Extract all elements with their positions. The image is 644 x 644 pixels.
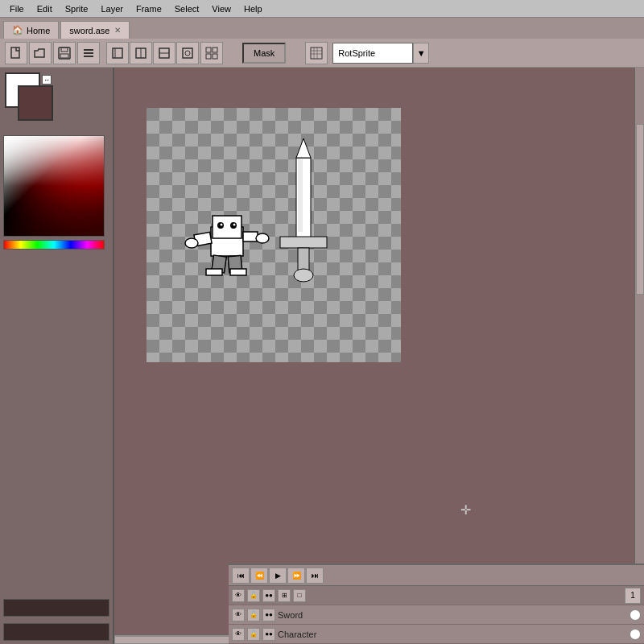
- cursor-cross-indicator: ✛: [460, 502, 471, 518]
- swap-colors[interactable]: ↔: [42, 75, 52, 85]
- svg-rect-46: [206, 269, 222, 275]
- transform-btn-3[interactable]: [153, 42, 175, 64]
- svg-rect-48: [230, 269, 246, 275]
- layer-expand-icon[interactable]: ⊞: [278, 589, 291, 602]
- transform-tools: [106, 42, 199, 64]
- menu-edit[interactable]: Edit: [31, 2, 59, 15]
- menubar: File Edit Sprite Layer Frame Select View…: [0, 0, 644, 18]
- tab-home[interactable]: 🏠 Home: [3, 21, 59, 39]
- menu-view[interactable]: View: [205, 2, 237, 15]
- layer-frame-num: 1: [625, 588, 641, 604]
- layer-visibility-icon-char[interactable]: 👁: [232, 628, 245, 641]
- tab-sword-close[interactable]: ✕: [114, 26, 121, 35]
- svg-rect-4: [60, 54, 68, 58]
- svg-point-40: [233, 224, 236, 226]
- svg-rect-18: [206, 54, 211, 59]
- svg-point-39: [221, 224, 223, 226]
- svg-point-44: [256, 233, 269, 243]
- v-scrollbar-thumb[interactable]: [636, 124, 644, 294]
- pixel-grid-icon: [310, 47, 323, 60]
- transform-icon-1: [111, 47, 124, 60]
- sprite-canvas[interactable]: [147, 108, 401, 362]
- menu-button[interactable]: [77, 42, 100, 64]
- layer-folder-icon: □: [293, 589, 306, 602]
- color-hex-input[interactable]: #000000: [3, 623, 109, 641]
- menu-sprite[interactable]: Sprite: [59, 2, 95, 15]
- canvas-area[interactable]: ✛ ⏮ ⏪ ▶ ⏩ ⏭ 👁: [114, 68, 644, 644]
- new-file-button[interactable]: [5, 42, 27, 64]
- gradient-overlay2: [4, 136, 104, 236]
- playback-controls: ⏮ ⏪ ▶ ⏩ ⏭: [229, 565, 644, 586]
- layer-visibility-icon-sword[interactable]: 👁: [232, 609, 245, 621]
- layer-visibility-icon-group[interactable]: 👁: [232, 589, 245, 602]
- fg-bg-colors[interactable]: ↔: [5, 72, 53, 121]
- rot-sprite-arrow[interactable]: ▼: [413, 43, 429, 64]
- svg-rect-28: [147, 108, 401, 362]
- layer-char-circle: [630, 629, 641, 640]
- layers-panel: 👁 🔓 ●● ⊞ □ 1 👁 🔓 ●● Sword: [229, 586, 644, 644]
- rot-sprite-dropdown-group: RotSprite ▼: [332, 43, 429, 64]
- layer-sword-name[interactable]: Sword: [278, 610, 627, 620]
- svg-rect-36: [213, 216, 242, 238]
- save-file-icon: [58, 47, 71, 60]
- layer-cel-icon-sword[interactable]: ●●: [262, 609, 275, 621]
- menu-icon: [82, 47, 95, 60]
- layer-cel-icon-char[interactable]: ●●: [262, 628, 275, 641]
- grid-button[interactable]: [200, 42, 223, 64]
- save-file-button[interactable]: [53, 42, 76, 64]
- hue-bar[interactable]: [3, 240, 105, 250]
- svg-rect-19: [213, 54, 217, 59]
- transform-icon-3: [158, 47, 171, 60]
- menu-select[interactable]: Select: [168, 2, 206, 15]
- home-icon: 🏠: [12, 25, 23, 35]
- tab-sword[interactable]: sword.ase ✕: [60, 21, 130, 39]
- layer-type-icon-group[interactable]: ●●: [262, 589, 275, 602]
- transform-btn-1[interactable]: [106, 42, 129, 64]
- first-frame-button[interactable]: ⏮: [232, 568, 250, 584]
- svg-point-15: [185, 51, 190, 56]
- prev-frame-button[interactable]: ⏪: [250, 568, 268, 584]
- mask-button[interactable]: Mask: [242, 43, 286, 64]
- menu-file[interactable]: File: [3, 2, 31, 15]
- rot-sprite-dropdown[interactable]: RotSprite: [332, 43, 413, 64]
- svg-rect-16: [206, 47, 211, 52]
- canvas-container: [147, 108, 401, 362]
- grid-icon: [205, 47, 218, 60]
- layer-lock-icon-sword[interactable]: 🔓: [247, 609, 260, 621]
- background-color[interactable]: [18, 85, 53, 121]
- transform-btn-4[interactable]: [176, 42, 199, 64]
- play-button[interactable]: ▶: [269, 568, 287, 584]
- menu-frame[interactable]: Frame: [130, 2, 168, 15]
- open-file-button[interactable]: [29, 42, 52, 64]
- next-frame-button[interactable]: ⏩: [287, 568, 305, 584]
- color-picker-area: [0, 132, 113, 596]
- transform-icon-4: [181, 47, 194, 60]
- layer-row-sword: 👁 🔓 ●● Sword: [229, 605, 644, 625]
- layer-row-group: 👁 🔓 ●● ⊞ □ 1: [229, 586, 644, 605]
- bottom-area: ⏮ ⏪ ▶ ⏩ ⏭ 👁 🔓 ●● ⊞ □ 1: [229, 564, 644, 644]
- last-frame-button[interactable]: ⏭: [306, 568, 324, 584]
- svg-rect-31: [298, 159, 303, 232]
- main-area: ↔ ldx-8 #000000: [0, 68, 644, 644]
- svg-rect-20: [311, 47, 322, 59]
- tab-sword-label: sword.ase: [69, 26, 109, 35]
- svg-rect-14: [183, 48, 192, 58]
- transform-btn-2[interactable]: [130, 42, 152, 64]
- svg-rect-8: [113, 48, 122, 58]
- pixel-grid-button[interactable]: [305, 42, 328, 64]
- left-panel: ↔ ldx-8 #000000: [0, 68, 114, 644]
- menu-layer[interactable]: Layer: [94, 2, 130, 15]
- layer-sword-circle: [630, 609, 641, 621]
- color-gradient[interactable]: [3, 135, 105, 237]
- layer-lock-icon-group[interactable]: 🔓: [247, 589, 260, 602]
- svg-marker-1: [35, 49, 44, 57]
- v-scrollbar[interactable]: [634, 68, 644, 634]
- new-file-icon: [10, 47, 23, 60]
- layer-char-name[interactable]: Character: [278, 630, 627, 639]
- menu-help[interactable]: Help: [237, 2, 269, 15]
- color-swatches: ↔: [0, 68, 113, 129]
- layer-name-input[interactable]: ldx-8: [3, 599, 109, 617]
- svg-rect-0: [11, 47, 19, 58]
- svg-point-42: [185, 238, 198, 248]
- layer-lock-icon-char[interactable]: 🔓: [247, 628, 260, 641]
